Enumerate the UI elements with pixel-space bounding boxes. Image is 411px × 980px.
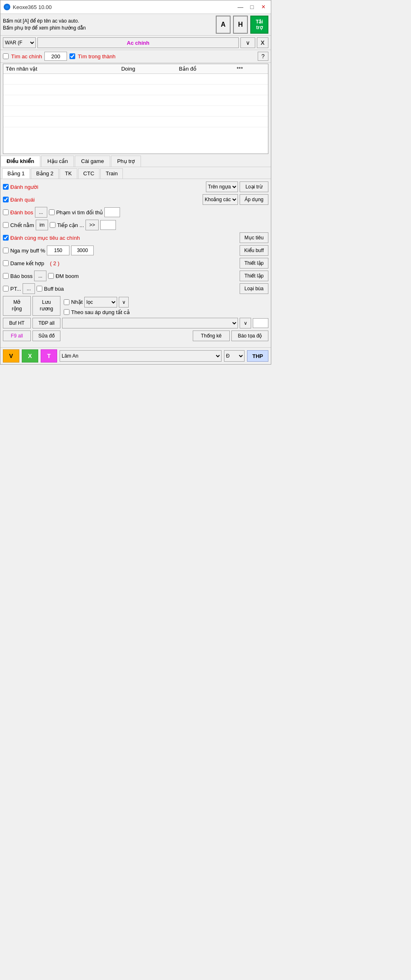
- danh-bos-checkbox[interactable]: [3, 209, 9, 215]
- danh-bos-row: Đánh bos ... Phạm vi tìm đối thủ: [3, 207, 268, 218]
- danh-bos-dots-button[interactable]: ...: [35, 207, 47, 218]
- thong-ke-button[interactable]: Thống kê: [193, 330, 230, 341]
- khoang-cac-select[interactable]: Khoảng các: [203, 194, 238, 205]
- dm-boom-checkbox[interactable]: [48, 273, 54, 279]
- danh-nguoi-checkbox[interactable]: [3, 184, 9, 190]
- mo-rong-button[interactable]: Mởrộng: [3, 296, 31, 316]
- kieu-buff-button[interactable]: Kiểu buff: [240, 245, 268, 256]
- d-select[interactable]: Đ: [224, 350, 245, 362]
- ap-dung-button[interactable]: Áp dụng: [240, 194, 268, 205]
- dropdown-arrow-icon[interactable]: ∨: [240, 37, 255, 48]
- pham-vi-input[interactable]: [104, 207, 120, 217]
- tim-ac-chinh-label: Tìm ac chính: [11, 53, 42, 60]
- minimize-button[interactable]: —: [236, 3, 245, 11]
- danh-cung-checkbox[interactable]: [3, 235, 9, 241]
- window-title: Keoxe365 10.00: [13, 4, 52, 10]
- main-tabs: Điều khiển Hậu cần Cài game Phụ trợ: [0, 156, 271, 167]
- pham-vi-checkbox[interactable]: [49, 209, 55, 215]
- theo-sau-checkbox[interactable]: [64, 309, 69, 315]
- buf-ht-button[interactable]: Buf HT: [3, 318, 31, 328]
- close-button[interactable]: ×: [259, 3, 268, 11]
- t-button[interactable]: T: [41, 349, 57, 363]
- col-doing: Doing: [121, 66, 179, 72]
- thiet-lap2-button[interactable]: Thiết lập: [240, 271, 268, 281]
- buf-select[interactable]: [62, 318, 238, 328]
- nga-my-input2[interactable]: [71, 246, 94, 255]
- bao-boss-dots-button[interactable]: ...: [34, 271, 46, 281]
- nga-my-checkbox[interactable]: [3, 248, 9, 253]
- table-row[interactable]: [3, 95, 268, 106]
- tab-bang1[interactable]: Bảng 1: [2, 168, 30, 179]
- danh-quai-checkbox[interactable]: [3, 197, 9, 202]
- top-bar: Bấm nút [A] để ép tên ac vào auto. Bấm p…: [0, 14, 271, 36]
- main-window: Keoxe365 10.00 — □ × Bấm nút [A] để ép t…: [0, 0, 271, 365]
- tiep-can-label: Tiếp cận ...: [57, 222, 84, 228]
- danh-cung-row: Đánh cùng mục tiêu ac chính Mục tiêu: [3, 232, 268, 243]
- danh-nguoi-label: Đánh người: [10, 184, 38, 190]
- table-row[interactable]: [3, 106, 268, 117]
- sua-do-button[interactable]: Sửa đồ: [32, 330, 60, 341]
- tim-trong-thanh-checkbox[interactable]: [69, 53, 75, 59]
- loai-bua-button[interactable]: Loại bùa: [240, 283, 268, 294]
- table-row[interactable]: [3, 117, 268, 127]
- x-bottom-button[interactable]: X: [22, 349, 38, 363]
- tab-dieu-khien[interactable]: Điều khiển: [0, 156, 40, 167]
- thp-button[interactable]: THP: [247, 350, 268, 362]
- btn-a[interactable]: A: [216, 16, 231, 34]
- col-star: ***: [237, 66, 266, 72]
- tiep-can-checkbox[interactable]: [50, 222, 55, 228]
- pt-row: PT... ... Buff bùa Loại bùa: [3, 283, 268, 294]
- nhat-label: Nhặt: [71, 299, 83, 305]
- btn-tai[interactable]: Tảitrợ: [250, 16, 268, 34]
- tim-ac-chinh-checkbox[interactable]: [3, 53, 9, 59]
- table-row[interactable]: [3, 85, 268, 95]
- tab-train[interactable]: Train: [100, 168, 123, 179]
- tab-cai-game[interactable]: Cài game: [75, 156, 110, 167]
- bao-boss-checkbox[interactable]: [3, 273, 9, 279]
- title-bar: Keoxe365 10.00 — □ ×: [0, 0, 271, 14]
- ac-chinh-button[interactable]: Ac chính: [37, 37, 239, 48]
- loai-tru-button[interactable]: Loại trừ: [240, 181, 268, 192]
- pt-checkbox[interactable]: [3, 286, 9, 291]
- tim-trong-thanh-label: Tìm trong thành: [78, 53, 115, 60]
- nhat-checkbox[interactable]: [64, 299, 69, 305]
- chet-nam-checkbox[interactable]: [3, 222, 9, 228]
- muc-tieu-button[interactable]: Mục tiêu: [240, 232, 268, 243]
- maximize-button[interactable]: □: [248, 3, 256, 11]
- tab-tk[interactable]: TK: [60, 168, 77, 179]
- btn-h[interactable]: H: [233, 16, 248, 34]
- f9-all-button[interactable]: F9 all: [3, 330, 31, 341]
- mo-rong-row: Mởrộng Lưurương Nhặt lọc ∨ Theo sau áp d…: [3, 296, 268, 316]
- x-button[interactable]: X: [257, 37, 268, 48]
- nga-my-row: Nga my buff % Kiểu buff: [3, 245, 268, 256]
- tab-bang2[interactable]: Bảng 2: [31, 168, 59, 179]
- bao-toa-do-button[interactable]: Báo tọa độ: [231, 330, 268, 341]
- sub-tabs: Bảng 1 Bảng 2 TK CTC Train: [0, 167, 271, 179]
- tdp-all-button[interactable]: TĐP all: [32, 318, 60, 328]
- arrow-button[interactable]: >>: [85, 220, 99, 230]
- danh-quai-label: Đánh quái: [10, 197, 35, 203]
- lam-an-select[interactable]: Lâm An: [60, 350, 222, 362]
- thiet-lap1-button[interactable]: Thiết lập: [240, 258, 268, 269]
- war-select[interactable]: WAR (F: [3, 37, 36, 48]
- v-button[interactable]: V: [3, 349, 19, 363]
- question-button[interactable]: ?: [258, 52, 268, 61]
- im-button[interactable]: im: [36, 220, 48, 230]
- pham-vi-label: Phạm vi tìm đối thủ: [56, 209, 103, 216]
- buf-input[interactable]: [253, 318, 268, 328]
- filter-value-input[interactable]: [44, 52, 67, 61]
- buff-bua-checkbox[interactable]: [37, 286, 42, 291]
- luu-ruong-button[interactable]: Lưurương: [32, 296, 60, 316]
- pt-dots-button[interactable]: ...: [23, 283, 35, 294]
- tren-ngua-select[interactable]: Trên ngựa: [206, 181, 238, 192]
- loc-dropdown-button[interactable]: ∨: [119, 297, 129, 308]
- loc-select[interactable]: lọc: [84, 297, 117, 308]
- tab-hau-can[interactable]: Hậu cần: [41, 156, 74, 167]
- dame-ket-hop-checkbox[interactable]: [3, 260, 9, 266]
- table-row[interactable]: [3, 74, 268, 85]
- tiep-can-input[interactable]: [100, 220, 116, 230]
- nga-my-input1[interactable]: [47, 246, 69, 255]
- tab-phu-tro[interactable]: Phụ trợ: [111, 156, 141, 167]
- tab-ctc[interactable]: CTC: [78, 168, 100, 179]
- buf-dropdown-button[interactable]: ∨: [240, 318, 251, 328]
